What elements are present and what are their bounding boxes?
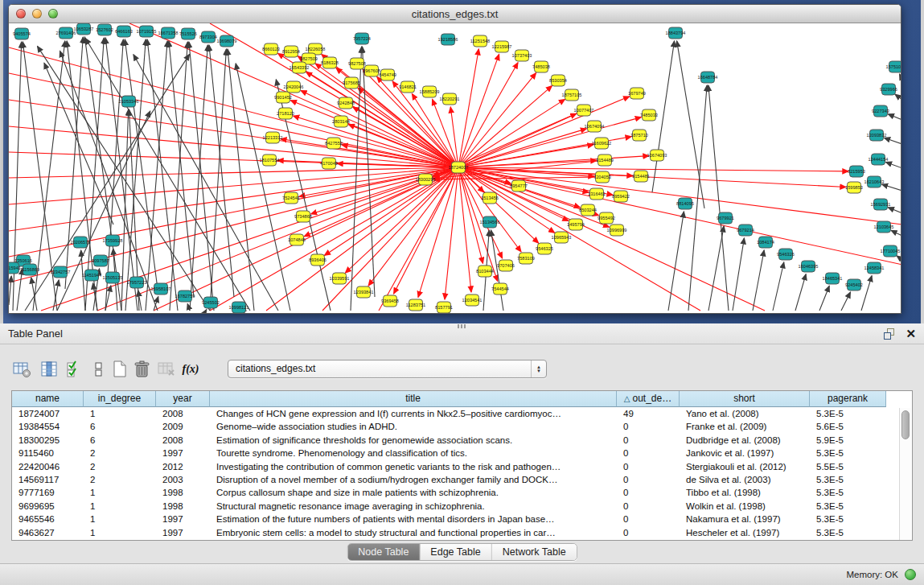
table-cell[interactable]: 5.3E-5 — [810, 486, 886, 499]
graph-edge[interactable] — [795, 274, 806, 311]
graph-node[interactable]: 8157791 — [435, 302, 453, 313]
graph-node[interactable]: 9242848 — [337, 97, 355, 109]
table-cell[interactable]: 0 — [617, 434, 680, 447]
column-header-title[interactable]: title — [210, 391, 617, 407]
graph-node[interactable]: 16958107 — [151, 283, 171, 295]
graph-node[interactable]: 8103444 — [476, 266, 494, 277]
select-columns-icon[interactable] — [39, 359, 60, 380]
table-cell[interactable]: Franke et al. (2009) — [680, 420, 810, 433]
splitter-grip[interactable] — [458, 324, 466, 328]
graph-node[interactable]: 1495794 — [567, 219, 585, 230]
tab-network-table[interactable]: Network Table — [492, 544, 577, 560]
graph-edge[interactable] — [206, 310, 207, 311]
graph-node[interactable]: 9679921 — [717, 212, 734, 224]
graph-edge[interactable] — [362, 47, 375, 297]
graph-node[interactable]: 9154481 — [632, 171, 650, 182]
graph-edge[interactable] — [841, 292, 851, 311]
graph-node[interactable]: 9546325 — [536, 243, 553, 254]
graph-node[interactable]: 8973304 — [199, 31, 217, 43]
graph-node[interactable]: 22420046 — [284, 81, 304, 93]
table-cell[interactable]: 5.5E-5 — [810, 460, 886, 473]
table-cell[interactable]: 18724007 — [12, 407, 84, 420]
graph-node[interactable]: 15134566 — [480, 216, 500, 228]
graph-node[interactable]: 7957224 — [353, 33, 371, 44]
graph-node[interactable]: 10653287 — [74, 23, 94, 35]
graph-node[interactable]: 7485038 — [532, 61, 550, 72]
table-cell[interactable]: 5.9E-5 — [810, 434, 886, 447]
graph-node[interactable]: 16671358 — [158, 27, 179, 39]
graph-node[interactable]: 11283751 — [406, 299, 425, 311]
table-cell[interactable]: Estimation of the future numbers of pati… — [210, 513, 617, 525]
table-cell[interactable]: Structural magnetic resonance image aver… — [210, 500, 617, 513]
table-cell[interactable]: 0 — [617, 473, 680, 486]
graph-node[interactable]: 9679214 — [737, 225, 754, 236]
graph-edge[interactable] — [773, 262, 784, 311]
table-cell[interactable]: 2 — [84, 447, 156, 459]
graph-node[interactable]: 10339591 — [330, 273, 350, 284]
graph-edge[interactable] — [884, 138, 901, 144]
graph-node[interactable]: 1316461 — [588, 188, 606, 200]
table-cell[interactable]: 2008 — [156, 434, 210, 447]
table-cell[interactable]: 6 — [84, 420, 156, 433]
graph-node[interactable]: 9245402 — [845, 279, 863, 290]
graph-node[interactable]: 8503244 — [579, 204, 597, 216]
graph-edge[interactable] — [888, 114, 901, 120]
graph-node[interactable]: 4170049 — [320, 158, 338, 169]
tab-node-table[interactable]: Node Table — [347, 544, 420, 560]
network-window-titlebar[interactable]: citations_edges.txt — [9, 5, 901, 23]
graph-node[interactable]: 9175685 — [343, 77, 360, 89]
graph-edge[interactable] — [353, 107, 458, 167]
graph-node[interactable]: 16210643 — [864, 176, 885, 187]
graph-edge[interactable] — [819, 286, 829, 311]
graph-node[interactable]: 8427552 — [325, 138, 343, 149]
graph-node[interactable]: 10077407 — [574, 105, 594, 116]
table-cell[interactable]: 2008 — [156, 407, 210, 420]
table-cell[interactable]: de Silva et al. (2003) — [680, 473, 810, 486]
graph-node[interactable]: 12342757 — [51, 266, 71, 278]
graph-node[interactable]: 16543392 — [290, 62, 310, 73]
graph-node[interactable]: 10698079 — [217, 35, 237, 47]
graph-edge[interactable] — [885, 162, 901, 168]
graph-edge[interactable] — [458, 167, 569, 221]
graph-node[interactable]: 9955492 — [598, 212, 615, 224]
graph-node[interactable]: 7524541 — [282, 192, 300, 204]
table-cell[interactable]: 1998 — [156, 500, 210, 513]
graph-node[interactable]: 9245502 — [202, 297, 220, 308]
graph-node[interactable]: 18220291 — [440, 93, 460, 105]
graph-edge[interactable] — [458, 86, 552, 167]
table-cell[interactable]: 1997 — [156, 447, 210, 459]
column-header-in_degree[interactable]: in_degree — [84, 391, 156, 407]
table-cell[interactable]: Disruption of a novel member of a sodium… — [210, 473, 617, 486]
graph-node[interactable]: 9405574 — [13, 28, 31, 39]
column-header-year[interactable]: year — [156, 391, 210, 407]
graph-node[interactable]: 7515526 — [179, 28, 197, 39]
graph-node[interactable]: 12393841 — [354, 286, 374, 298]
table-cell[interactable]: 9115460 — [12, 447, 84, 459]
table-cell[interactable]: Estimation of significance thresholds fo… — [210, 434, 617, 447]
graph-node[interactable]: 1875710 — [630, 130, 648, 141]
delete-table-icon[interactable] — [132, 359, 153, 380]
table-cell[interactable]: 14569117 — [12, 473, 84, 486]
graph-node[interactable]: 11156869 — [20, 264, 39, 275]
graph-node[interactable]: 8959422 — [612, 191, 630, 202]
graph-node[interactable]: 10674094 — [585, 121, 605, 132]
table-cell[interactable]: 49 — [617, 407, 680, 420]
table-cell[interactable]: 2012 — [156, 460, 210, 473]
table-cell[interactable]: Jankovic et al. (1997) — [680, 447, 810, 459]
graph-node[interactable]: 19218586 — [438, 34, 458, 45]
graph-edge[interactable] — [708, 85, 729, 311]
graph-node[interactable]: 15885209 — [420, 86, 440, 97]
table-cell[interactable]: 18300295 — [12, 434, 84, 447]
float-window-icon[interactable] — [884, 328, 897, 340]
graph-edge[interactable] — [458, 99, 565, 167]
graph-edge[interactable] — [345, 167, 458, 273]
graph-node[interactable]: 18107554 — [260, 154, 280, 166]
graph-edge[interactable] — [458, 167, 599, 216]
table-cell[interactable]: Wolkin et al. (1998) — [680, 500, 810, 513]
table-cell[interactable]: Genome–wide association studies in ADHD. — [210, 420, 617, 433]
table-cell[interactable]: 22420046 — [12, 460, 84, 473]
graph-node[interactable]: 11251548 — [470, 35, 490, 47]
table-cell[interactable]: 6 — [84, 434, 156, 447]
graph-node[interactable]: 2718120 — [277, 108, 294, 119]
table-row[interactable]: 2242004622012Investigating the contribut… — [12, 460, 912, 473]
